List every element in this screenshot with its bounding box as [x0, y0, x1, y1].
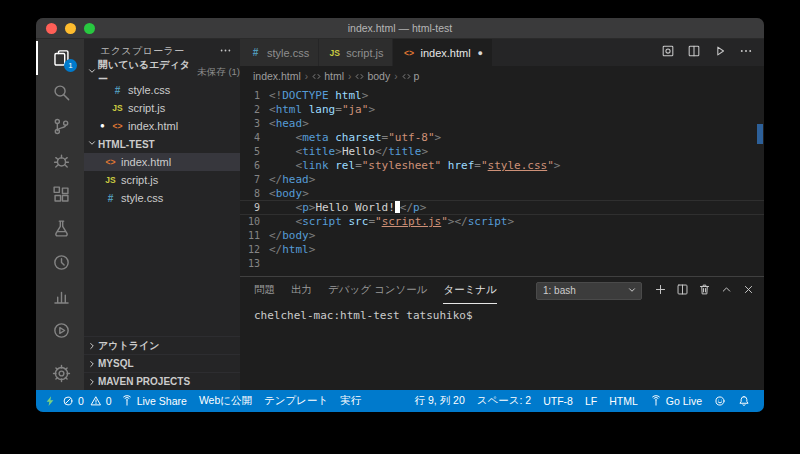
- code-editor[interactable]: 1<!DOCTYPE html>2<html lang="ja">3<head>…: [240, 86, 764, 276]
- title-bar[interactable]: index.html — html-test: [36, 18, 764, 39]
- code-line[interactable]: 8<body>: [240, 187, 764, 201]
- breadcrumb-item-body[interactable]: body: [355, 70, 390, 82]
- folder-file-list: <>index.htmlJSscript.js#style.css: [84, 153, 240, 207]
- zoom-window-button[interactable]: [84, 23, 95, 34]
- status-publish-web[interactable]: Webに公開: [193, 390, 258, 412]
- close-panel-button[interactable]: [742, 282, 755, 300]
- activity-item-manage[interactable]: [36, 356, 84, 390]
- terminal-prompt-line: chelchel-mac:html-test tatsuhiko$: [254, 309, 473, 322]
- activity-item-test[interactable]: [36, 211, 84, 245]
- status-eol[interactable]: LF: [579, 390, 603, 412]
- panel-tab-ターミナル[interactable]: ターミナル: [443, 277, 496, 304]
- sidebar-section-label: アウトライン: [98, 339, 159, 353]
- status-remote[interactable]: [41, 390, 59, 412]
- status-feedback[interactable]: [708, 390, 732, 412]
- antenna-icon: [650, 395, 662, 407]
- sidebar-more-actions[interactable]: [219, 44, 232, 59]
- line-number: 7: [240, 173, 260, 187]
- status-go-live[interactable]: Go Live: [644, 390, 708, 412]
- activity-item-analytics[interactable]: [36, 279, 84, 313]
- tree-item-script.js[interactable]: JSscript.js: [84, 171, 240, 189]
- activity-item-extensions[interactable]: [36, 177, 84, 211]
- activity-item-live-share[interactable]: [36, 313, 84, 347]
- chevright-icon: [87, 359, 97, 369]
- close-window-button[interactable]: [46, 23, 57, 34]
- activity-item-search[interactable]: [36, 75, 84, 109]
- breadcrumb-separator: ›: [394, 71, 397, 82]
- status-notifications[interactable]: [732, 390, 756, 412]
- sidebar-section-アウトライン[interactable]: アウトライン: [84, 336, 240, 354]
- tab-style.css[interactable]: #style.css: [240, 39, 319, 66]
- activity-badge: 1: [64, 59, 77, 72]
- tab-script.js[interactable]: JSscript.js: [319, 39, 393, 66]
- code-line[interactable]: 11</body>: [240, 229, 764, 243]
- panel-tab-デバッグ コンソール[interactable]: デバッグ コンソール: [328, 277, 427, 304]
- line-number: 1: [240, 89, 260, 103]
- js-file-icon: JS: [111, 103, 124, 113]
- minimize-window-button[interactable]: [65, 23, 76, 34]
- activity-item-history[interactable]: [36, 245, 84, 279]
- error-icon: [62, 395, 74, 407]
- breadcrumb-item-html[interactable]: html: [312, 70, 344, 82]
- status-cursor-position[interactable]: 行 9, 列 20: [409, 390, 471, 412]
- status-run-task[interactable]: 実行: [334, 390, 367, 412]
- status-indentation[interactable]: スペース: 2: [471, 390, 537, 412]
- tree-item-style.css[interactable]: #style.css: [84, 189, 240, 207]
- line-number: 9: [240, 201, 260, 215]
- code-line[interactable]: 4 <meta charset="utf-8">: [240, 131, 764, 145]
- terminal-shell-select[interactable]: 1: bash: [536, 282, 642, 300]
- code-line[interactable]: 1<!DOCTYPE html>: [240, 89, 764, 103]
- folder-header[interactable]: HTML-TEST: [84, 135, 240, 153]
- code-line[interactable]: 10 <script src="script.js"></script>: [240, 215, 764, 229]
- status-errors[interactable]: 0: [59, 390, 87, 412]
- run-file-button[interactable]: [713, 44, 727, 62]
- code-line[interactable]: 2<html lang="ja">: [240, 103, 764, 117]
- explorer-sidebar: エクスプローラー 開いているエディター 未保存 (1) #style.cssJS…: [84, 39, 240, 390]
- ellipsis-icon: [219, 44, 232, 57]
- code-line[interactable]: 5 <title>Hello</title>: [240, 145, 764, 159]
- chart-icon: [52, 287, 71, 306]
- more-actions-button[interactable]: [739, 44, 753, 62]
- code-line[interactable]: 3<head>: [240, 117, 764, 131]
- tree-item-index.html[interactable]: <>index.html: [84, 153, 240, 171]
- sidebar-section-MYSQL[interactable]: MYSQL: [84, 354, 240, 372]
- status-live-share[interactable]: Live Share: [115, 390, 193, 412]
- split-terminal-button[interactable]: [676, 282, 689, 300]
- activity-item-source-control[interactable]: [36, 109, 84, 143]
- code-line[interactable]: 13: [240, 257, 764, 271]
- activity-item-explorer[interactable]: 1: [36, 41, 84, 75]
- code-line[interactable]: 9 <p>Hello World!</p>: [240, 201, 764, 215]
- maximize-panel-button[interactable]: [720, 282, 733, 300]
- status-encoding[interactable]: UTF-8: [537, 390, 579, 412]
- open-editor-item[interactable]: ●<>index.html: [84, 117, 240, 135]
- html-file-icon: <>: [111, 121, 124, 131]
- breadcrumb-item-p[interactable]: p: [402, 70, 420, 82]
- chevron-down-icon: [87, 66, 97, 78]
- status-language-mode[interactable]: HTML: [603, 390, 644, 412]
- split-editor-button[interactable]: [687, 44, 701, 62]
- open-editors-header[interactable]: 開いているエディター 未保存 (1): [84, 63, 240, 81]
- activity-item-debug[interactable]: [36, 143, 84, 177]
- tab-label: script.js: [346, 47, 383, 59]
- code-line[interactable]: 12</html>: [240, 243, 764, 257]
- code-line[interactable]: 6 <link rel="stylesheet" href="style.css…: [240, 159, 764, 173]
- js-file-icon: JS: [328, 48, 341, 58]
- new-terminal-button[interactable]: [654, 282, 667, 300]
- open-editor-item[interactable]: #style.css: [84, 81, 240, 99]
- panel-tab-出力[interactable]: 出力: [291, 277, 312, 304]
- breadcrumb-item-index.html[interactable]: index.html: [253, 70, 301, 82]
- terminal-output[interactable]: chelchel-mac:html-test tatsuhiko$: [240, 304, 764, 390]
- sidebar-section-MAVEN PROJECTS[interactable]: MAVEN PROJECTS: [84, 372, 240, 390]
- code-line-content: </body>: [269, 229, 315, 243]
- tab-index.html[interactable]: <>index.html●: [393, 39, 493, 66]
- code-line[interactable]: 7</head>: [240, 173, 764, 187]
- open-preview-button[interactable]: [661, 44, 675, 62]
- tab-modified-dot[interactable]: ●: [478, 48, 483, 58]
- status-template[interactable]: テンプレート: [258, 390, 334, 412]
- panel-tab-問題[interactable]: 問題: [254, 277, 275, 304]
- js-file-icon: JS: [104, 175, 117, 185]
- chevron-down-icon: [627, 285, 637, 297]
- kill-terminal-button[interactable]: [698, 282, 711, 300]
- status-warnings[interactable]: 0: [87, 390, 115, 412]
- open-editor-item[interactable]: JSscript.js: [84, 99, 240, 117]
